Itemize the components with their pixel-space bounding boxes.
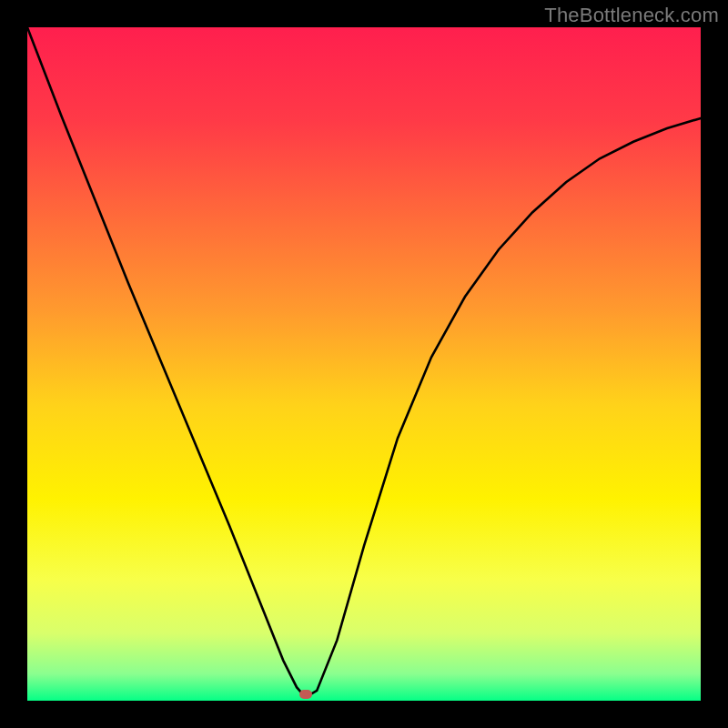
curve-path <box>27 27 701 697</box>
watermark-text: TheBottleneck.com <box>544 4 719 27</box>
chart-frame: TheBottleneck.com <box>0 0 728 728</box>
minimum-marker <box>299 690 312 699</box>
bottleneck-curve <box>27 27 701 701</box>
